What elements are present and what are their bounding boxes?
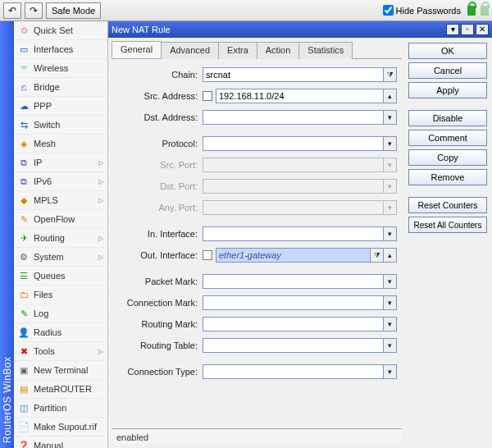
in-interface-input[interactable]	[203, 226, 384, 241]
form-body: Chain:⧩Src. Address:▴Dst. Address:▾Proto…	[112, 59, 402, 428]
copy-button[interactable]: Copy	[408, 149, 487, 166]
lock-icon	[467, 6, 476, 16]
routing-table-input[interactable]	[203, 338, 384, 353]
src-address-input[interactable]	[216, 89, 384, 103]
tab-statistics[interactable]: Statistics	[298, 42, 353, 59]
cancel-button[interactable]: Cancel	[408, 62, 487, 79]
reset-counters-button[interactable]: Reset Counters	[408, 197, 487, 213]
dropdown-icon[interactable]: ⧩	[371, 248, 384, 263]
sidebar-item-mpls[interactable]: ◆MPLS▷	[14, 191, 107, 210]
dialog-titlebar[interactable]: New NAT Rule ▾ ▫ ✕	[108, 21, 492, 38]
protocol-input[interactable]	[203, 136, 384, 151]
expand-icon[interactable]: ▾	[384, 338, 397, 353]
chain-input[interactable]	[203, 67, 384, 82]
sidebar-icon: ☁	[18, 100, 30, 112]
sidebar-item-new-terminal[interactable]: ▣New Terminal	[14, 361, 107, 380]
field-row-packet-mark: Packet Mark:▾	[116, 272, 397, 290]
connection-mark-input[interactable]	[203, 295, 384, 310]
sidebar-item-system[interactable]: ⚙System▷	[14, 248, 107, 267]
negate-checkbox[interactable]	[203, 91, 212, 101]
expand-icon[interactable]: ▾	[384, 317, 397, 331]
sidebar-icon: ▣	[18, 364, 30, 376]
sidebar-item-label: Files	[34, 290, 52, 299]
sidebar-item-bridge[interactable]: ⎌Bridge	[14, 78, 107, 97]
expand-icon: ▾	[384, 200, 397, 215]
sidebar-item-queues[interactable]: ☰Queues	[14, 267, 107, 286]
sidebar-icon: ▤	[18, 383, 30, 395]
field-label: Out. Interface:	[116, 250, 203, 260]
sidebar-item-radius[interactable]: 👤Radius	[14, 323, 107, 342]
tabs: GeneralAdvancedExtraActionStatistics	[112, 41, 402, 59]
sidebar-item-routing[interactable]: ✈Routing▷	[14, 229, 107, 248]
sidebar-icon: ⚙	[18, 251, 30, 263]
sidebar-item-label: System	[34, 252, 64, 262]
tab-general[interactable]: General	[112, 41, 162, 58]
expand-icon[interactable]: ▾	[384, 226, 397, 241]
tab-advanced[interactable]: Advanced	[161, 42, 219, 59]
submenu-icon: ▷	[98, 159, 103, 167]
sidebar-item-quick-set[interactable]: ✩Quick Set	[14, 21, 107, 40]
dst-address-input[interactable]	[203, 110, 384, 125]
sidebar-item-files[interactable]: 🗀Files	[14, 286, 107, 304]
sidebar-item-label: Tools	[34, 346, 55, 356]
sidebar-item-tools[interactable]: ✖Tools▷	[14, 342, 107, 361]
dropdown-icon[interactable]: ⧩	[384, 67, 397, 82]
out-interface-input[interactable]	[216, 248, 371, 263]
field-row-dst-address: Dst. Address:▾	[116, 108, 397, 126]
sidebar-item-ppp[interactable]: ☁PPP	[14, 97, 107, 116]
packet-mark-input[interactable]	[203, 274, 384, 289]
negate-checkbox[interactable]	[203, 250, 212, 260]
field-label: In. Interface:	[116, 229, 203, 239]
expand-icon[interactable]: ▾	[384, 295, 397, 310]
sidebar-item-log[interactable]: ✎Log	[14, 304, 107, 323]
minimize-button[interactable]: ▾	[446, 24, 459, 35]
expand-icon[interactable]: ▾	[384, 136, 397, 151]
sidebar-item-label: Queues	[34, 271, 66, 281]
sidebar-item-switch[interactable]: ⇆Switch	[14, 116, 107, 135]
submenu-icon: ▷	[98, 348, 103, 355]
sidebar-item-mesh[interactable]: ◈Mesh	[14, 135, 107, 153]
collapse-icon[interactable]: ▴	[384, 248, 397, 263]
sidebar-item-partition[interactable]: ◫Partition	[14, 399, 107, 418]
dst-port-input	[203, 179, 384, 194]
sidebar-item-label: Manual	[34, 441, 63, 448]
sidebar-item-ip[interactable]: ⧉IP▷	[14, 153, 107, 172]
dialog-title: New NAT Rule	[112, 25, 444, 34]
sidebar-item-metarouter[interactable]: ▤MetaROUTER	[14, 380, 107, 399]
expand-icon[interactable]: ▾	[384, 110, 397, 125]
collapse-icon[interactable]: ▴	[384, 89, 397, 103]
field-label: Packet Mark:	[116, 277, 203, 286]
sidebar-item-openflow[interactable]: ✎OpenFlow	[14, 210, 107, 229]
connection-type-input[interactable]	[203, 364, 384, 379]
sidebar-item-manual[interactable]: ❓Manual	[14, 437, 107, 448]
ok-button[interactable]: OK	[408, 43, 487, 59]
routing-mark-input[interactable]	[203, 317, 384, 331]
sidebar-item-label: Radius	[34, 327, 61, 337]
field-row-any-port: Any. Port:▾	[116, 199, 397, 217]
expand-icon[interactable]: ▾	[384, 274, 397, 289]
tab-action[interactable]: Action	[257, 42, 300, 59]
comment-button[interactable]: Comment	[408, 130, 487, 146]
nat-rule-dialog: New NAT Rule ▾ ▫ ✕ GeneralAdvancedExtraA…	[108, 21, 492, 448]
close-button[interactable]: ✕	[476, 24, 489, 35]
sidebar-item-interfaces[interactable]: ▭Interfaces	[14, 40, 107, 59]
apply-button[interactable]: Apply	[408, 82, 487, 98]
disable-button[interactable]: Disable	[408, 110, 487, 126]
tab-extra[interactable]: Extra	[218, 42, 257, 59]
undo-button[interactable]: ↶	[3, 2, 21, 19]
sidebar-item-wireless[interactable]: ⌔Wireless	[14, 59, 107, 78]
sidebar-item-ipv6[interactable]: ⧉IPv6▷	[14, 172, 107, 191]
hide-passwords-checkbox[interactable]	[383, 5, 394, 16]
remove-button[interactable]: Remove	[408, 169, 487, 185]
hide-passwords-check[interactable]: Hide Passwords	[383, 5, 461, 16]
reset-all-counters-button[interactable]: Reset All Counters	[408, 217, 487, 233]
safe-mode-button[interactable]: Safe Mode	[46, 2, 101, 19]
sidebar-icon: ✎	[18, 213, 30, 225]
top-toolbar: ↶ ↷ Safe Mode Hide Passwords	[0, 0, 492, 21]
redo-button[interactable]: ↷	[25, 2, 43, 19]
maximize-button[interactable]: ▫	[461, 24, 474, 35]
sidebar-item-label: Switch	[34, 120, 60, 130]
expand-icon[interactable]: ▾	[384, 364, 397, 379]
sidebar-item-make-supout-rif[interactable]: 📄Make Supout.rif	[14, 418, 107, 437]
sidebar-item-label: MPLS	[34, 195, 58, 205]
